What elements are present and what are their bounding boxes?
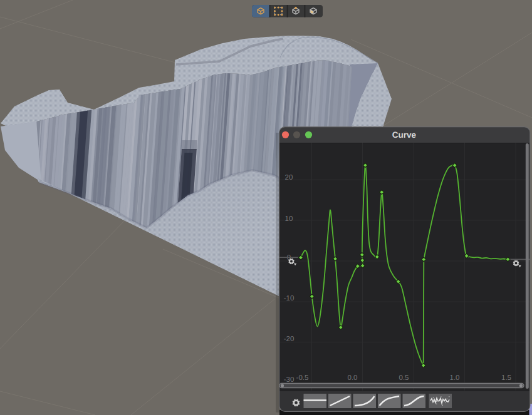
svg-text:0.0: 0.0 xyxy=(348,374,358,382)
svg-text:0.5: 0.5 xyxy=(399,374,409,382)
svg-text:Curve: Curve xyxy=(392,130,417,140)
svg-text:1.0: 1.0 xyxy=(450,374,460,382)
svg-text:10: 10 xyxy=(285,215,293,223)
svg-text:-30: -30 xyxy=(284,376,295,384)
svg-text:-0.5: -0.5 xyxy=(296,374,309,382)
svg-text:1.5: 1.5 xyxy=(501,374,511,382)
svg-text:20: 20 xyxy=(285,174,293,182)
svg-text:-20: -20 xyxy=(284,336,295,343)
svg-text:-10: -10 xyxy=(284,295,295,302)
